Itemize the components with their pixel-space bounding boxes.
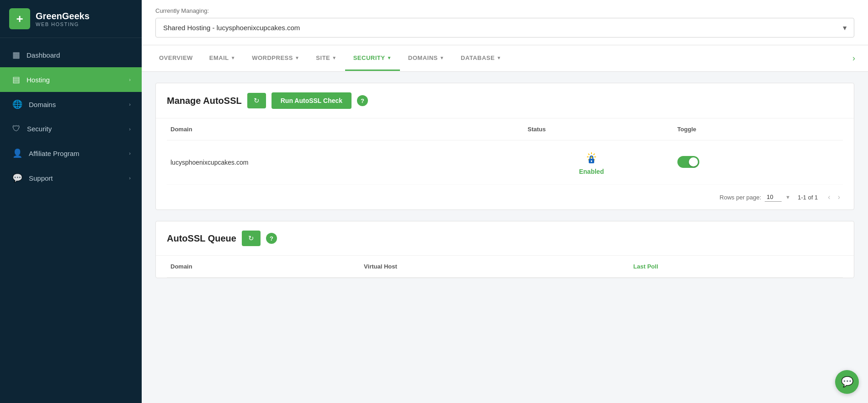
logo-text: GreenGeeks WEB HOSTING [36, 11, 90, 27]
tab-site[interactable]: Site▼ [308, 46, 345, 71]
card-header-queue: AutoSSL Queue ↻ ? [156, 221, 854, 256]
page-prev-button[interactable]: ‹ [825, 192, 833, 202]
arrow-icon-affiliate: › [129, 150, 131, 156]
sidebar-label-hosting: Hosting [27, 76, 129, 84]
hosting-icon: ▤ [12, 75, 20, 85]
account-select[interactable]: Shared Hosting - lucysphoenixcupcakes.co… [155, 18, 854, 38]
sidebar-label-dashboard: Dashboard [27, 51, 131, 59]
tab-label-database: Database [461, 54, 495, 61]
status-cell: Enabled [524, 140, 659, 185]
domain-cell: lucysphoenixcupcakes.com [167, 140, 524, 185]
affiliate-icon: 👤 [12, 148, 22, 158]
sidebar-item-dashboard[interactable]: ▦ Dashboard [0, 43, 142, 67]
arrow-icon-support: › [129, 175, 131, 181]
top-bar: Currently Managing: Shared Hosting - luc… [142, 0, 868, 45]
sidebar-item-hosting[interactable]: ▤ Hosting › [0, 67, 142, 92]
logo-area: + GreenGeeks WEB HOSTING [0, 0, 142, 38]
tab-label-email: Email [209, 54, 229, 61]
sidebar-item-support[interactable]: 💬 Support › [0, 166, 142, 190]
tab-arrow-database: ▼ [496, 55, 501, 60]
tab-label-domains: Domains [408, 54, 438, 61]
svg-rect-11 [591, 161, 592, 162]
main-content: Currently Managing: Shared Hosting - luc… [142, 0, 868, 403]
sidebar-item-security[interactable]: 🛡 Security › [0, 117, 142, 141]
tab-wordpress[interactable]: WordPress▼ [244, 46, 308, 71]
tab-arrow-site: ▼ [332, 55, 336, 60]
rows-per-page: Rows per page: 10 25 50 ▼ [719, 193, 790, 202]
enabled-text: Enabled [579, 168, 604, 175]
tab-label-site: Site [316, 54, 330, 61]
brand-sub: WEB HOSTING [36, 21, 90, 27]
sidebar-item-affiliate[interactable]: 👤 Affiliate Program › [0, 141, 142, 166]
sidebar: + GreenGeeks WEB HOSTING ▦ Dashboard ▤ H… [0, 0, 142, 403]
sidebar-label-domains: Domains [29, 101, 129, 108]
queue-table-head: DomainVirtual HostLast Poll [167, 256, 843, 278]
ssl-lock-icon [583, 150, 600, 166]
queue-help-icon[interactable]: ? [266, 233, 277, 244]
pagination-row: Rows per page: 10 25 50 ▼ 1-1 of 1 ‹ › [156, 185, 854, 210]
autossl-table: Domain Status Toggle lucysphoenixcupcake… [167, 118, 843, 185]
autossl-title: Manage AutoSSL [167, 96, 242, 106]
table-row: lucysphoenixcupcakes.com Enabled [167, 140, 843, 185]
tab-overview[interactable]: Overview [151, 46, 201, 71]
tabs-more-icon[interactable]: › [849, 45, 859, 71]
domains-icon: 🌐 [12, 99, 22, 109]
tab-bar: OverviewEmail▼WordPress▼Site▼Security▼Do… [142, 45, 868, 72]
tab-database[interactable]: Database▼ [453, 46, 510, 71]
autossl-queue-card: AutoSSL Queue ↻ ? DomainVirtual HostLast… [155, 221, 854, 278]
queue-col-last-poll: Last Poll [630, 256, 843, 278]
autossl-help-icon[interactable]: ? [357, 95, 368, 106]
sidebar-label-affiliate: Affiliate Program [29, 150, 129, 157]
sidebar-nav: ▦ Dashboard ▤ Hosting › 🌐 Domains › 🛡 Se… [0, 38, 142, 195]
queue-table: DomainVirtual HostLast Poll [167, 256, 843, 278]
arrow-icon-security: › [129, 126, 131, 132]
sidebar-item-domains[interactable]: 🌐 Domains › [0, 92, 142, 117]
queue-title: AutoSSL Queue [167, 233, 236, 244]
queue-col-virtual-host: Virtual Host [360, 256, 630, 278]
tab-label-security: Security [353, 54, 385, 61]
manage-autossl-card: Manage AutoSSL ↻ Run AutoSSL Check ? Dom… [155, 83, 854, 210]
toggle-cell [659, 140, 843, 185]
queue-refresh-button[interactable]: ↻ [242, 231, 261, 246]
page-content: Manage AutoSSL ↻ Run AutoSSL Check ? Dom… [142, 72, 868, 403]
chat-bubble[interactable]: 💬 [835, 370, 859, 394]
autossl-table-head: Domain Status Toggle [167, 118, 843, 140]
arrow-icon-domains: › [129, 102, 131, 107]
account-select-wrap: Shared Hosting - lucysphoenixcupcakes.co… [155, 18, 854, 38]
col-toggle: Toggle [659, 118, 843, 140]
tab-arrow-email: ▼ [231, 55, 235, 60]
rows-per-page-select[interactable]: 10 25 50 [765, 193, 782, 202]
card-header-autossl: Manage AutoSSL ↻ Run AutoSSL Check ? [156, 83, 854, 118]
tab-arrow-domains: ▼ [440, 55, 444, 60]
svg-line-5 [588, 154, 589, 155]
col-domain: Domain [167, 118, 524, 140]
queue-col-domain: Domain [167, 256, 360, 278]
rows-per-page-label: Rows per page: [719, 194, 761, 201]
run-autossl-button[interactable]: Run AutoSSL Check [272, 92, 351, 109]
page-nav: ‹ › [825, 192, 843, 202]
col-status: Status [524, 118, 659, 140]
tab-arrow-wordpress: ▼ [295, 55, 299, 60]
page-next-button[interactable]: › [835, 192, 843, 202]
support-icon: 💬 [12, 173, 22, 183]
queue-table-wrap: DomainVirtual HostLast Poll [156, 256, 854, 278]
tab-domains[interactable]: Domains▼ [400, 46, 453, 71]
ssl-toggle[interactable] [677, 156, 699, 168]
managing-label: Currently Managing: [155, 7, 854, 14]
brand-name: GreenGeeks [36, 11, 90, 21]
status-enabled: Enabled [527, 150, 655, 175]
autossl-table-wrap: Domain Status Toggle lucysphoenixcupcake… [156, 118, 854, 185]
tab-arrow-security: ▼ [387, 55, 391, 60]
autossl-refresh-button[interactable]: ↻ [247, 93, 266, 108]
tab-label-wordpress: WordPress [252, 54, 293, 61]
sidebar-label-security: Security [27, 125, 129, 133]
logo-icon: + [9, 8, 30, 29]
security-icon: 🛡 [12, 124, 21, 134]
tab-email[interactable]: Email▼ [201, 46, 244, 71]
toggle-slider [677, 156, 699, 168]
arrow-icon-hosting: › [129, 77, 131, 82]
autossl-table-body: lucysphoenixcupcakes.com Enabled [167, 140, 843, 185]
page-info: 1-1 of 1 [798, 194, 818, 201]
tab-label-overview: Overview [159, 54, 193, 61]
tab-security[interactable]: Security▼ [345, 46, 400, 71]
